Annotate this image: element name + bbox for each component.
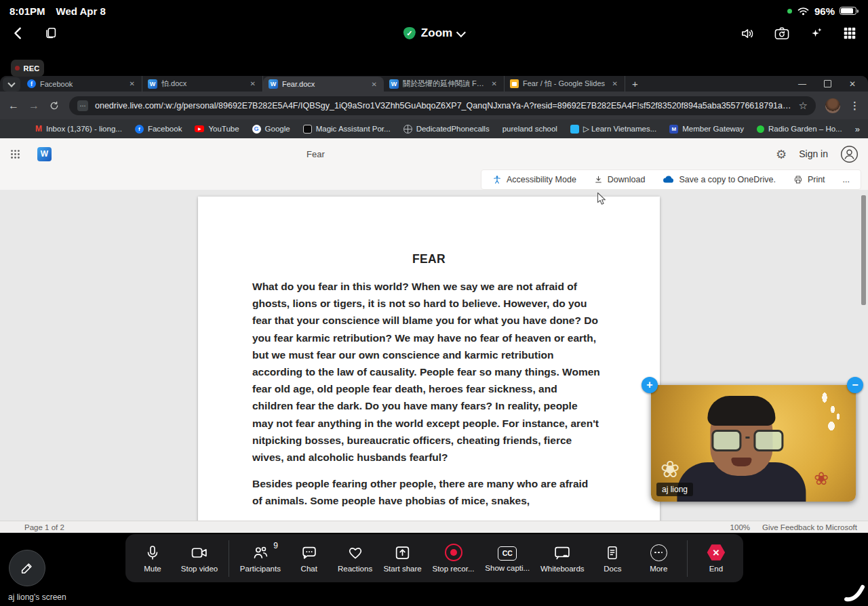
docs-button[interactable]: Docs [595,544,630,573]
annotate-plus-button[interactable]: + [642,377,658,393]
word-icon: W [269,79,278,89]
document-page: FEAR What do you fear in this world? Whe… [198,197,660,521]
url-text[interactable]: onedrive.live.com/:w:/g/personal/89692E7… [95,101,792,110]
tab-pa-docx[interactable]: W 怕.docx ✕ [142,76,263,92]
docs-icon [605,544,620,561]
meeting-title-dropdown[interactable]: ✓ Zoom [403,26,465,40]
globe-icon [403,125,412,134]
mute-button[interactable]: Mute [135,544,170,573]
minimize-video-button[interactable]: − [847,377,863,393]
sparkles-icon[interactable] [808,26,824,41]
stop-video-button[interactable]: Stop video [181,544,218,573]
tab-search-button[interactable] [3,77,20,92]
participant-video-tile[interactable]: ❀ ❀ ❀ aj liong [651,385,856,502]
toolbar-divider [687,540,688,577]
close-tab-icon[interactable]: ✕ [128,80,136,87]
ipad-status-bar: 8:01PM Wed Apr 8 96% [0,0,868,22]
bookmark-gmail[interactable]: MInbox (1,376) - liong... [35,124,122,134]
profile-avatar[interactable] [825,98,840,113]
meeting-app-name: Zoom [421,26,452,40]
participants-button[interactable]: 9 Participants [240,544,281,573]
sign-in-button[interactable]: Sign in [799,148,828,159]
participants-icon [252,544,269,561]
pencil-icon [20,561,35,575]
more-button[interactable]: More [641,544,676,573]
clock: 8:01PM [9,5,45,17]
word-app-icon[interactable]: W [37,147,52,161]
lotus-logo: ❀ [814,468,829,489]
window-minimize-button[interactable]: — [798,79,806,89]
bookmark-youtube[interactable]: YouTube [195,125,239,133]
tab-google-slides[interactable]: Fear / 怕 - Google Slides ✕ [505,76,625,92]
bookmark-star-icon[interactable]: ☆ [799,100,808,112]
annotation-pencil-button[interactable] [9,550,45,586]
secure-shield-icon: ✓ [403,27,416,39]
magic-assistant-icon [303,125,312,134]
bookmark-dedicatedphonecalls[interactable]: DedicatedPhonecalls [403,125,490,134]
download-button[interactable]: Download [594,175,646,184]
bookmark-google[interactable]: GGoogle [252,125,290,134]
word-icon: W [389,79,399,89]
site-info-icon[interactable]: ⋯ [77,100,88,111]
save-copy-onedrive-button[interactable]: Save a copy to OneDrive. [663,175,775,184]
radio-garden-icon [757,125,764,133]
bookmark-radio-garden[interactable]: Radio Garden – Ho... [757,125,842,133]
back-icon[interactable] [11,26,26,41]
browser-forward-button[interactable]: → [28,100,39,112]
accessibility-mode-button[interactable]: Accessibility Mode [492,175,576,184]
reactions-button[interactable]: Reactions [338,544,373,573]
waffle-menu-icon[interactable] [9,148,21,160]
bookmark-magic-assistant[interactable]: Magic Assistant Por... [303,125,391,134]
bookmark-learn-vietnamese[interactable]: ▷ Learn Vietnames... [570,124,656,134]
close-tab-icon[interactable]: ✕ [490,80,498,87]
settings-gear-icon[interactable]: ⚙ [776,147,787,161]
browser-menu-icon[interactable]: ⋮ [850,100,860,112]
zoom-control-toolbar: Mute Stop video 9 Participants Chat Reac… [125,534,743,582]
document-title: Fear [307,149,325,159]
whiteboards-button[interactable]: Whiteboards [540,544,585,573]
address-bar[interactable]: ⋯ onedrive.live.com/:w:/g/personal/89692… [69,96,816,115]
toolbar-divider [229,540,229,577]
print-button[interactable]: Print [793,175,825,184]
scrollbar-thumb[interactable] [861,195,866,305]
bookmark-member-gateway[interactable]: MMember Gateway [669,125,744,134]
end-meeting-button[interactable]: ✕ End [698,544,734,573]
wifi-icon [797,6,810,16]
reload-icon[interactable] [49,100,60,111]
stop-record-button[interactable]: Stop recor... [433,544,475,573]
chat-button[interactable]: Chat [292,544,327,573]
close-tab-icon[interactable]: ✕ [249,80,257,87]
start-share-button[interactable]: Start share [383,544,421,573]
account-person-icon[interactable] [840,145,859,163]
bookmark-pureland-school[interactable]: pureland school [502,125,557,133]
show-captions-button[interactable]: CC Show capti... [485,545,530,572]
more-options-button[interactable]: ... [843,175,850,184]
new-tab-button[interactable]: + [625,76,645,92]
close-tab-icon[interactable]: ✕ [370,81,378,88]
tab-fear-docx-active[interactable]: W Fear.docx ✕ [263,77,384,92]
page-count[interactable]: Page 1 of 2 [24,523,64,531]
zoom-level[interactable]: 100% [730,523,750,531]
window-close-button[interactable]: ✕ [849,79,856,89]
switch-camera-icon[interactable] [774,26,790,41]
word-online-header: W Fear ⚙ Sign in [0,138,868,169]
switch-windows-icon[interactable] [43,26,58,41]
doc-body-text: What do you fear in this world? When we … [252,278,601,510]
window-restore-button[interactable] [824,80,831,87]
chevron-down-icon [456,27,466,37]
bookmarks-overflow-button[interactable]: » [855,124,859,134]
tab-facebook[interactable]: f Facebook ✕ [22,76,142,92]
speaker-icon[interactable] [740,26,755,41]
google-icon: G [252,125,261,134]
google-slides-icon [510,79,519,88]
browser-back-button[interactable]: ← [8,100,19,112]
bookmark-facebook[interactable]: fFacebook [135,125,182,134]
feedback-link[interactable]: Give Feedback to Microsoft [762,523,857,531]
apps-grid-icon[interactable] [842,26,857,41]
mouse-cursor [597,192,607,206]
bookmarks-bar: MInbox (1,376) - liong... fFacebook YouT… [0,119,868,138]
tab-further-reading[interactable]: W 關於恐懼的延伸閱讀 Further Re ✕ [384,76,505,92]
youtube-icon [195,125,204,132]
close-tab-icon[interactable]: ✕ [611,80,619,87]
download-icon [594,175,603,184]
